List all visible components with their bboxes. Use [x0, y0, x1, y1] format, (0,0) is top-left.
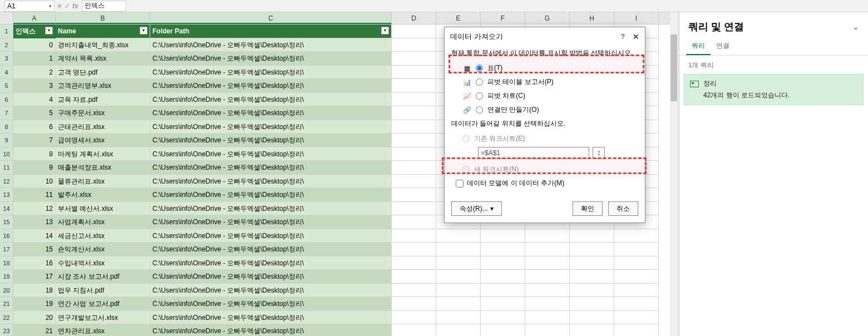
dialog-titlebar[interactable]: 데이터 가져오기 ? ✕: [445, 27, 645, 46]
select-all-corner[interactable]: [0, 12, 13, 24]
cell[interactable]: [392, 215, 436, 229]
row-header[interactable]: 13: [0, 188, 13, 202]
cell[interactable]: Name▾: [56, 24, 150, 38]
row-header[interactable]: 6: [0, 93, 13, 107]
radio-connection[interactable]: [476, 106, 483, 113]
cell[interactable]: 1: [13, 52, 56, 66]
row-header[interactable]: 21: [0, 297, 13, 311]
cell[interactable]: 3: [13, 79, 56, 93]
cell[interactable]: C:\Users\info\OneDrive - 오빠두엑셀\Desktop\정…: [150, 202, 392, 216]
cell[interactable]: 16: [13, 256, 56, 270]
cell[interactable]: [392, 134, 436, 147]
cell[interactable]: [436, 256, 481, 270]
col-header-I[interactable]: I: [614, 12, 659, 24]
cell[interactable]: C:\Users\info\OneDrive - 오빠두엑셀\Desktop\정…: [150, 79, 392, 93]
cell[interactable]: 2: [13, 66, 56, 80]
row-header[interactable]: 3: [0, 52, 13, 66]
row-header[interactable]: 9: [0, 134, 13, 147]
cell[interactable]: [481, 324, 525, 336]
cell[interactable]: [392, 243, 436, 256]
row-header[interactable]: 8: [0, 120, 13, 134]
cell[interactable]: [392, 161, 436, 175]
cell[interactable]: 고객 명단.pdf: [56, 66, 150, 80]
cancel-icon[interactable]: ✕: [57, 2, 62, 10]
cell[interactable]: [392, 270, 436, 284]
cell[interactable]: 12: [13, 202, 56, 216]
query-item[interactable]: 정리 42개의 행이 로드되었습니다.: [684, 74, 864, 105]
row-header[interactable]: 11: [0, 161, 13, 175]
cell[interactable]: [525, 297, 570, 311]
cell[interactable]: C:\Users\info\OneDrive - 오빠두엑셀\Desktop\정…: [150, 243, 392, 256]
cell[interactable]: C:\Users\info\OneDrive - 오빠두엑셀\Desktop\정…: [150, 215, 392, 229]
cell[interactable]: [570, 311, 614, 325]
cell[interactable]: [392, 188, 436, 202]
cell[interactable]: [392, 175, 436, 189]
cell[interactable]: [614, 324, 659, 336]
check-icon[interactable]: ✓: [65, 2, 70, 10]
radio-pivot-chart[interactable]: [476, 92, 483, 100]
cell[interactable]: [392, 324, 436, 336]
formula-input[interactable]: 인덱스: [82, 1, 126, 12]
col-header-A[interactable]: A: [13, 12, 56, 24]
row-header[interactable]: 15: [0, 215, 13, 229]
row-header[interactable]: 18: [0, 256, 13, 270]
cell[interactable]: C:\Users\info\OneDrive - 오빠두엑셀\Desktop\정…: [150, 52, 392, 66]
cell[interactable]: [392, 311, 436, 325]
cell[interactable]: C:\Users\info\OneDrive - 오빠두엑셀\Desktop\정…: [150, 256, 392, 270]
cell[interactable]: [614, 270, 659, 284]
cell[interactable]: 급여명세서.xlsx: [56, 134, 150, 147]
cell[interactable]: 15: [13, 243, 56, 256]
cell[interactable]: 사업계획서.xlsx: [56, 215, 150, 229]
cell[interactable]: 연구개발보고서.xlsx: [56, 311, 150, 325]
row-header[interactable]: 10: [0, 147, 13, 161]
cell[interactable]: C:\Users\info\OneDrive - 오빠두엑셀\Desktop\정…: [150, 284, 392, 298]
cell[interactable]: [525, 229, 570, 243]
cell[interactable]: 6: [13, 120, 56, 134]
vertical-scroll-thumb[interactable]: [670, 34, 677, 101]
cell[interactable]: 14: [13, 229, 56, 243]
name-box[interactable]: A1 ▾: [4, 1, 55, 12]
cell[interactable]: [392, 93, 436, 107]
help-icon[interactable]: ?: [621, 33, 625, 41]
row-header[interactable]: 14: [0, 202, 13, 216]
cell[interactable]: [436, 324, 481, 336]
cell[interactable]: C:\Users\info\OneDrive - 오빠두엑셀\Desktop\정…: [150, 188, 392, 202]
cell[interactable]: 손익계산서.xlsx: [56, 243, 150, 256]
cell[interactable]: 발주서.xlsx: [56, 188, 150, 202]
row-header[interactable]: 23: [0, 324, 13, 336]
cell[interactable]: 13: [13, 215, 56, 229]
cell[interactable]: [614, 243, 659, 256]
option-connection-only[interactable]: 🔗 연결만 만들기(O): [451, 103, 638, 117]
cell[interactable]: 업무 지침서.pdf: [56, 284, 150, 298]
vertical-scrollbar[interactable]: [670, 12, 678, 336]
row-header[interactable]: 12: [0, 175, 13, 189]
row-header[interactable]: 17: [0, 243, 13, 256]
cell[interactable]: 마케팅 계획서.xlsx: [56, 147, 150, 161]
cell[interactable]: 세금신고서.xlsx: [56, 229, 150, 243]
properties-button[interactable]: 속성(R)...▾: [451, 201, 502, 216]
cell[interactable]: [481, 229, 525, 243]
row-header[interactable]: 20: [0, 284, 13, 298]
cell[interactable]: [481, 256, 525, 270]
cell[interactable]: 교육 자료.pdf: [56, 93, 150, 107]
cell[interactable]: [392, 256, 436, 270]
cell[interactable]: [392, 79, 436, 93]
cell[interactable]: [614, 311, 659, 325]
cell[interactable]: [436, 284, 481, 298]
radio-table[interactable]: [476, 65, 483, 72]
cell[interactable]: C:\Users\info\OneDrive - 오빠두엑셀\Desktop\정…: [150, 147, 392, 161]
cell[interactable]: [614, 256, 659, 270]
cell[interactable]: [525, 270, 570, 284]
option-table[interactable]: ▦ 표(T): [451, 61, 638, 75]
checkbox-model[interactable]: [456, 180, 463, 187]
cell[interactable]: [570, 256, 614, 270]
cell[interactable]: 5: [13, 106, 56, 120]
cell[interactable]: [392, 52, 436, 66]
cell[interactable]: C:\Users\info\OneDrive - 오빠두엑셀\Desktop\정…: [150, 270, 392, 284]
cancel-button[interactable]: 취소: [608, 201, 638, 216]
filter-icon[interactable]: ▾: [381, 27, 389, 34]
cell[interactable]: [570, 270, 614, 284]
cell[interactable]: 18: [13, 284, 56, 298]
cell[interactable]: [392, 229, 436, 243]
cell[interactable]: 연간 사업 보고서.pdf: [56, 297, 150, 311]
